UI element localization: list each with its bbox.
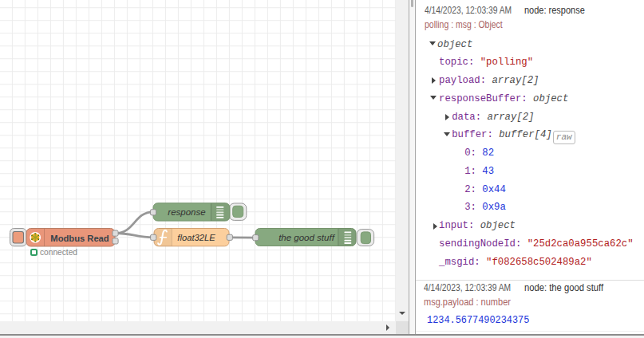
svg-text:Modbus Read: Modbus Read xyxy=(50,234,109,243)
svg-text:the good stuff: the good stuff xyxy=(279,233,335,242)
svg-text:response: response xyxy=(168,207,205,217)
svg-text:float32LE: float32LE xyxy=(177,233,215,242)
svg-text:connected: connected xyxy=(40,248,77,257)
